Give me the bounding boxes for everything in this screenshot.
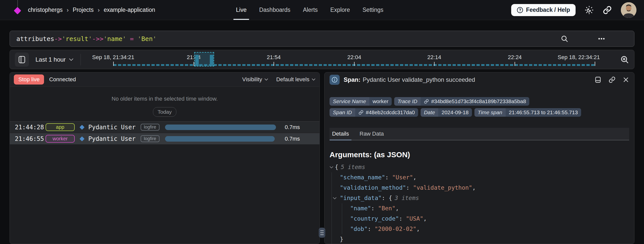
today-button[interactable]: Today [153, 107, 176, 117]
span-detail-header: Span:Pydantic User validate_python succe… [325, 72, 634, 87]
span-id-value[interactable]: #48eb2cdcdc317da0 [366, 109, 415, 115]
date-field: Date 2024-09-18 [421, 108, 472, 117]
logfire-logo[interactable] [14, 5, 21, 16]
json-comma: , [395, 205, 399, 212]
duration-bar-track [165, 125, 279, 130]
theme-toggle-button[interactable] [585, 6, 594, 15]
info-icon [330, 75, 340, 85]
json-colon: : [406, 184, 413, 191]
json-line: "name": "Ben", [350, 203, 629, 214]
user-avatar[interactable] [621, 2, 636, 18]
breadcrumb-separator: › [98, 7, 100, 14]
query-token: result [66, 35, 88, 43]
log-row[interactable]: 21:44:28 app Pydantic User logfire 0.7ms [10, 121, 319, 133]
tick-label: 21:54 [267, 54, 281, 61]
field-value: 21:46:55.713 to 21:46:55.713 [506, 108, 581, 117]
timeline-tick: 22:14 [427, 54, 441, 66]
tick-mark [354, 62, 354, 66]
tick-mark [193, 62, 194, 66]
feedback-help-button[interactable]: Feedback / Help [511, 4, 576, 16]
close-icon[interactable] [623, 76, 629, 83]
breadcrumb-project-name[interactable]: example-application [104, 7, 155, 13]
query-token: Ben [141, 35, 153, 43]
nav-tab-explore[interactable]: Explore [330, 0, 350, 20]
tab-raw-data[interactable]: Raw Data [359, 131, 384, 137]
timeline-tick: 22:24 [508, 54, 522, 66]
link-icon [603, 6, 612, 15]
visibility-dropdown[interactable]: Visibility [242, 76, 268, 83]
time-span-field: Time span 21:46:55.713 to 21:46:55.713 [474, 108, 581, 117]
default-levels-dropdown[interactable]: Default levels [276, 76, 315, 83]
json-line: "schema_name": "User", [340, 172, 629, 183]
feedback-help-label: Feedback / Help [526, 7, 570, 13]
query-token: ' [103, 35, 107, 43]
query-token: -> [54, 35, 62, 43]
log-row-selected[interactable]: 21:46:55 worker Pydantic User logfire 0.… [10, 133, 319, 145]
duration-label: 0.7ms [283, 136, 300, 142]
collapse-arrow-icon[interactable] [330, 166, 333, 169]
timeline-selection-window[interactable] [194, 52, 214, 66]
logo-string [17, 0, 18, 8]
log-rows: 21:44:28 app Pydantic User logfire 0.7ms… [10, 121, 319, 145]
link-icon[interactable] [358, 110, 364, 115]
nav-tab-dashboards[interactable]: Dashboards [259, 0, 290, 20]
span-id-field: Span ID #48eb2cdcdc317da0 [330, 108, 418, 117]
field-label: Trace ID [394, 97, 421, 106]
field-label: Span ID [330, 108, 355, 117]
timeline-track[interactable]: Sep 18, 21:34:21 Sep 18, 22:34:21 21:44 … [82, 50, 616, 69]
chevron-down-icon [312, 78, 315, 81]
trace-id-value[interactable]: #34bd8e51d73c3f4c8a189b72338a5ba8 [431, 98, 526, 104]
main-nav-tabs: Live Dashboards Alerts Explore Settings [236, 0, 383, 20]
empty-window-message: No older items in the selected time wind… [10, 96, 319, 102]
json-line: "country_code": "USA", [350, 214, 629, 224]
query-input[interactable]: attributes->'result'->>'name' = 'Ben' [10, 31, 634, 47]
logfire-tag-badge[interactable]: logfire [141, 135, 159, 142]
duration-bar[interactable] [165, 136, 275, 142]
logfire-tag-badge[interactable]: logfire [141, 124, 159, 131]
detail-tabs: Details Raw Data [330, 128, 629, 140]
histogram-bar [195, 55, 199, 66]
panel-resize-handle[interactable] [319, 228, 325, 238]
zoom-in-button[interactable] [620, 55, 629, 64]
tick-mark [273, 62, 274, 66]
service-badge[interactable]: app [46, 123, 75, 131]
link-icon[interactable] [424, 99, 429, 104]
tick-label: 22:24 [508, 54, 522, 61]
json-nested-children: "name": "Ben", "country_code": "USA", "d… [342, 203, 629, 234]
tab-details[interactable]: Details [332, 131, 349, 137]
json-colon: : [385, 174, 392, 181]
query-token: name [107, 35, 122, 43]
breadcrumb-projects[interactable]: Projects [73, 7, 94, 13]
timeline-start-label: Sep 18, 21:34:21 [92, 54, 134, 61]
span-title: Pydantic User [88, 135, 136, 142]
nav-tab-settings[interactable]: Settings [363, 0, 383, 20]
breadcrumb-separator: › [67, 7, 69, 14]
live-feed-header: Stop live Connected Visibility Default l… [10, 72, 319, 87]
breadcrumb-org[interactable]: christophergs [28, 7, 63, 13]
top-nav: christophergs › Projects › example-appli… [0, 0, 644, 20]
query-token: ' [62, 35, 66, 43]
duration-bar[interactable] [165, 125, 276, 130]
json-comma: , [472, 184, 476, 191]
time-range-selector[interactable]: Last 1 hour [35, 56, 73, 63]
field-value: #34bd8e51d73c3f4c8a189b72338a5ba8 [421, 97, 529, 106]
default-levels-label: Default levels [276, 76, 309, 83]
logfire-diamond-icon [14, 7, 21, 14]
sun-moon-icon [585, 6, 594, 15]
split-panel-icon[interactable] [594, 76, 601, 83]
tick-label: 22:14 [427, 54, 441, 61]
duration-label: 0.7ms [283, 124, 300, 131]
share-link-button[interactable] [603, 6, 612, 15]
content-panels: Stop live Connected Visibility Default l… [10, 72, 634, 244]
json-brace: } [340, 236, 343, 242]
sidebar-toggle-button[interactable] [15, 53, 29, 67]
service-badge[interactable]: worker [46, 135, 75, 143]
stop-live-button[interactable]: Stop live [14, 74, 44, 85]
nav-tab-alerts[interactable]: Alerts [303, 0, 318, 20]
collapse-arrow-icon[interactable] [333, 197, 338, 199]
copy-link-icon[interactable] [609, 76, 616, 83]
nav-tab-live[interactable]: Live [236, 0, 247, 20]
json-colon: : [382, 195, 389, 201]
json-line: } [340, 234, 629, 244]
json-value: "USA" [406, 215, 423, 222]
